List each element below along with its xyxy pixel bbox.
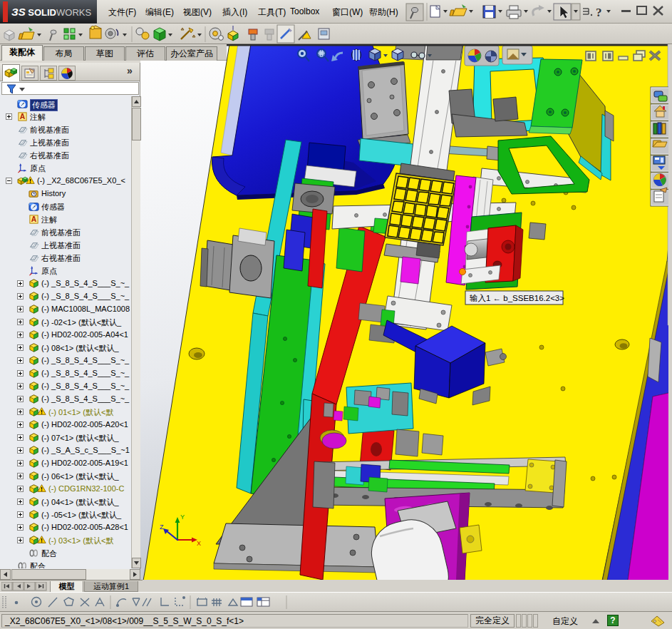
svg-text:Z: Z xyxy=(160,523,164,531)
svg-text:输入1 ← b_SSEB16.2<3>: 输入1 ← b_SSEB16.2<3> xyxy=(470,294,564,302)
svg-text:X: X xyxy=(197,540,201,547)
svg-text:?: ? xyxy=(596,6,602,19)
svg-text:Y: Y xyxy=(180,513,185,521)
